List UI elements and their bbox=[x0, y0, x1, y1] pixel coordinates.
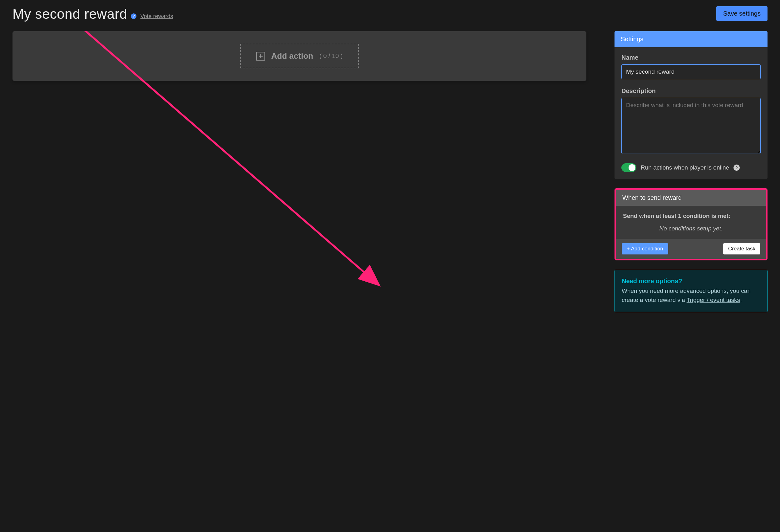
action-count: ( 0 / 10 ) bbox=[320, 52, 343, 60]
actions-panel: Add action ( 0 / 10 ) bbox=[12, 31, 586, 81]
info-text-after: . bbox=[740, 297, 742, 303]
when-to-send-panel: When to send reward Send when at least 1… bbox=[615, 188, 768, 260]
breadcrumb-vote-rewards[interactable]: Vote rewards bbox=[140, 13, 173, 20]
run-online-toggle[interactable] bbox=[621, 163, 636, 172]
add-action-button[interactable]: Add action ( 0 / 10 ) bbox=[240, 44, 359, 68]
info-text: When you need more advanced options, you… bbox=[622, 287, 760, 304]
name-input[interactable] bbox=[621, 64, 761, 79]
info-title: Need more options? bbox=[622, 278, 760, 285]
settings-panel: Settings Name Description Run actions wh… bbox=[615, 31, 768, 179]
no-conditions-text: No conditions setup yet. bbox=[623, 225, 759, 232]
description-label: Description bbox=[621, 87, 761, 95]
plus-icon bbox=[256, 52, 265, 60]
conditions-heading: Send when at least 1 condition is met: bbox=[623, 212, 759, 220]
name-label: Name bbox=[621, 54, 761, 61]
when-to-send-header: When to send reward bbox=[616, 190, 766, 206]
add-action-label: Add action bbox=[271, 51, 313, 61]
help-icon[interactable]: ? bbox=[733, 164, 740, 171]
add-condition-button[interactable]: + Add condition bbox=[622, 243, 668, 254]
trigger-tasks-link[interactable]: Trigger / event tasks bbox=[687, 297, 740, 303]
settings-panel-header: Settings bbox=[615, 31, 768, 47]
info-panel: Need more options? When you need more ad… bbox=[615, 270, 768, 312]
description-textarea[interactable] bbox=[621, 98, 761, 154]
create-task-button[interactable]: Create task bbox=[723, 243, 760, 254]
help-icon[interactable]: ? bbox=[131, 13, 137, 19]
save-settings-button[interactable]: Save settings bbox=[716, 6, 768, 21]
page-title: My second reward bbox=[12, 6, 127, 22]
run-online-label: Run actions when player is online bbox=[641, 164, 729, 171]
